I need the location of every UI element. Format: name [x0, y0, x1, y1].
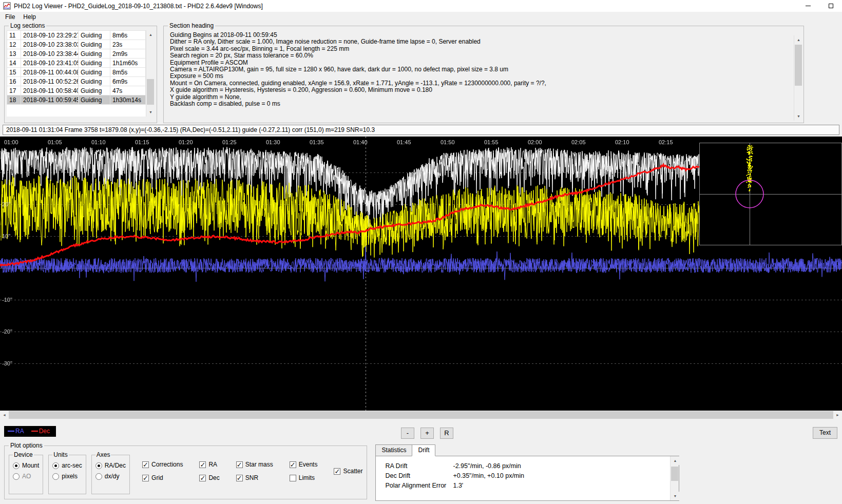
zoom-in-button[interactable]: + — [420, 428, 434, 439]
scroll-right-icon[interactable]: ► — [833, 411, 842, 419]
checkbox-box — [236, 475, 243, 481]
checkbox-limits[interactable]: Limits — [290, 474, 318, 481]
log-sections-scrollbar[interactable]: ▲ ▼ — [146, 30, 155, 117]
bottom-row: Plot options Device Mount AO Units arc-s… — [0, 442, 842, 501]
checkbox-grid[interactable]: Grid — [142, 474, 183, 481]
tab-statistics[interactable]: Statistics — [375, 444, 412, 456]
frame-status-line: 2018-09-11 01:31:04 Frame 3758 t=1879.08… — [3, 125, 839, 135]
app-icon — [3, 2, 11, 10]
units-group: Units arc-sec pixels — [48, 451, 86, 494]
log-section-row[interactable]: 132018-09-10 23:38:44Guiding2m9s — [7, 49, 146, 59]
plot-options-label: Plot options — [9, 442, 44, 449]
drift-scrollbar[interactable]: ▲ ▼ — [670, 456, 679, 500]
checkbox-snr[interactable]: SNR — [236, 474, 273, 481]
checkbox-label: Corrections — [151, 461, 183, 468]
axes-group: Axes RA/Dec dx/dy — [91, 451, 130, 494]
checkbox-box — [236, 461, 243, 468]
scroll-down-icon[interactable]: ▼ — [794, 112, 803, 121]
ra-line-swatch — [8, 431, 14, 432]
checkbox-box — [142, 461, 149, 468]
scroll-down-icon[interactable]: ▼ — [671, 492, 679, 500]
log-section-row[interactable]: 142018-09-10 23:41:05Guiding1h1m60s — [7, 59, 146, 68]
checkbox-label: Grid — [151, 474, 163, 481]
heading-line: Equipment Profile = ASCOM — [170, 60, 801, 66]
scroll-left-icon[interactable]: ◄ — [0, 411, 9, 419]
radio-arcsec[interactable]: arc-sec — [52, 462, 82, 469]
scrollbar-thumb[interactable] — [795, 45, 802, 86]
heading-line: X guide algorithm = Hysteresis, Hysteres… — [170, 87, 801, 93]
log-section-row[interactable]: 112018-09-10 23:29:27Guiding8m6s — [7, 31, 146, 40]
radio-dxdy[interactable]: dx/dy — [95, 473, 126, 480]
heading-line: Exposure = 500 ms — [170, 73, 801, 80]
dec-line-swatch — [31, 431, 38, 432]
heading-line: Camera = ALTAIRGP130M, gain = 95, full s… — [170, 66, 801, 73]
heading-line: Guiding Begins at 2018-09-11 00:59:45 — [170, 32, 801, 38]
checkbox-label: Star mass — [245, 461, 273, 468]
drift-row-polar: Polar Alignment Error 1.3' — [385, 482, 679, 492]
checkbox-star-mass[interactable]: Star mass — [236, 461, 273, 468]
section-heading-scrollbar[interactable]: ▲ ▼ — [794, 35, 802, 121]
radio-circle — [95, 462, 102, 469]
stats-panel: Statistics Drift RA Drift -2.95"/min, -0… — [375, 442, 679, 501]
scroll-up-icon[interactable]: ▲ — [146, 30, 155, 39]
plot-options-group: Plot options Device Mount AO Units arc-s… — [4, 442, 367, 499]
log-section-row[interactable]: 152018-09-11 00:44:08Guiding8m5s — [7, 68, 146, 77]
checkbox-ra[interactable]: RA — [199, 461, 219, 468]
checkbox-box — [142, 475, 149, 481]
radio-radec[interactable]: RA/Dec — [95, 462, 126, 469]
scrollbar-thumb[interactable] — [671, 467, 678, 481]
guide-graph-canvas[interactable] — [0, 137, 842, 411]
checkbox-box — [334, 468, 340, 475]
maximize-button[interactable] — [819, 0, 842, 12]
drift-label: Polar Alignment Error — [385, 482, 453, 492]
tab-drift[interactable]: Drift — [412, 444, 435, 456]
checkbox-box — [290, 475, 296, 481]
chart-horizontal-scrollbar[interactable]: ◄ ► — [0, 411, 842, 419]
checkbox-label: SNR — [245, 474, 258, 481]
maximize-icon — [829, 4, 833, 8]
zoom-reset-button[interactable]: R — [440, 428, 453, 439]
scroll-up-icon[interactable]: ▲ — [794, 35, 803, 44]
zoom-out-button[interactable]: - — [401, 428, 414, 439]
log-section-row-selected[interactable]: 182018-09-11 00:59:45Guiding1h30m14s — [7, 95, 146, 105]
menu-bar: File Help — [0, 12, 842, 22]
heading-line: Y guide algorithm = None, — [170, 94, 801, 101]
log-sections-label: Log sections — [9, 22, 46, 29]
checkbox-label: RA — [208, 461, 217, 468]
guide-graph — [0, 137, 842, 411]
radio-ao[interactable]: AO — [13, 473, 39, 480]
heading-line: Dither = RA only, Dither scale = 1.000, … — [170, 38, 801, 45]
heading-line: Search region = 20 px, Star mass toleran… — [170, 52, 801, 59]
radio-mount[interactable]: Mount — [13, 462, 39, 469]
log-section-row[interactable]: 172018-09-11 00:58:40Guiding47s — [7, 86, 146, 95]
log-section-row[interactable]: 162018-09-11 00:52:26Guiding6m9s — [7, 77, 146, 86]
checkbox-scatter[interactable]: Scatter — [334, 468, 362, 475]
drift-value: 1.3' — [453, 482, 463, 492]
heading-line: Pixel scale = 3.44 arc-sec/px, Binning =… — [170, 46, 801, 52]
scrollbar-thumb[interactable] — [147, 79, 154, 105]
checkbox-dec[interactable]: Dec — [199, 474, 219, 481]
radio-label: dx/dy — [105, 473, 120, 480]
drift-value: -2.95"/min, -0.86 px/min — [453, 462, 521, 472]
checkbox-events[interactable]: Events — [290, 461, 318, 468]
scrollbar-thumb[interactable] — [9, 411, 833, 419]
scroll-up-icon[interactable]: ▲ — [671, 456, 679, 465]
scroll-down-icon[interactable]: ▼ — [146, 108, 155, 117]
menu-help[interactable]: Help — [19, 12, 40, 22]
trace-legend: RA Dec — [4, 426, 56, 437]
checkbox-label: Limits — [299, 474, 315, 481]
drift-tab-body: RA Drift -2.95"/min, -0.86 px/min Dec Dr… — [375, 456, 679, 501]
checkbox-corrections[interactable]: Corrections — [142, 461, 183, 468]
section-heading-group: Section heading Guiding Begins at 2018-0… — [163, 22, 804, 123]
log-section-row[interactable]: 122018-09-10 23:38:03Guiding23s — [7, 40, 146, 49]
axes-label: Axes — [95, 451, 111, 458]
title-bar: PHD2 Log Viewer - PHD2_GuideLog_2018-09-… — [0, 0, 842, 12]
drift-row-dec: Dec Drift +0.35"/min, +0.10 px/min — [385, 472, 679, 482]
minimize-button[interactable] — [797, 0, 819, 12]
radio-label: pixels — [62, 473, 78, 480]
window-title: PHD2 Log Viewer - PHD2_GuideLog_2018-09-… — [14, 3, 263, 10]
radio-pixels[interactable]: pixels — [52, 473, 82, 480]
menu-file[interactable]: File — [1, 12, 19, 22]
drift-row-ra: RA Drift -2.95"/min, -0.86 px/min — [385, 462, 679, 472]
text-view-button[interactable]: Text — [813, 427, 837, 439]
